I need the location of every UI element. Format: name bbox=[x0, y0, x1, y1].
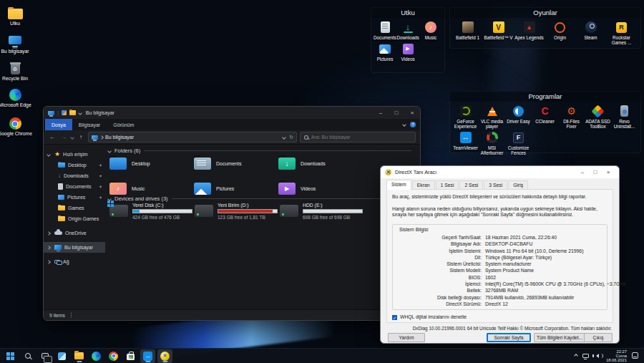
folder-tile-downloads[interactable]: Downloads bbox=[278, 154, 363, 173]
shortcut-teamviewer[interactable]: TeamViewer bbox=[452, 130, 479, 155]
section-header-folders[interactable]: Folders (6) bbox=[108, 147, 411, 154]
file-explorer-button[interactable] bbox=[72, 349, 87, 363]
desktop-icon-utku[interactable]: Utku bbox=[0, 4, 33, 26]
recent-locations-chevron-icon[interactable] bbox=[70, 135, 74, 140]
shortcut-steam[interactable]: Steam bbox=[575, 20, 606, 45]
shortcut-battlefield-v[interactable]: Battlefield™ V bbox=[483, 20, 514, 45]
sidebar-item-origin-games[interactable]: Origin Games bbox=[44, 213, 105, 224]
shortcut-dll-files-fixer[interactable]: ⚙Dll-Files Fixer bbox=[558, 104, 585, 129]
shortcut-vlc[interactable]: VLC media player bbox=[479, 104, 505, 129]
volume-icon[interactable] bbox=[594, 354, 599, 358]
hidden-icons-chevron-icon[interactable] bbox=[574, 354, 578, 358]
tab-ekran[interactable]: Ekran bbox=[412, 180, 435, 190]
desktop-icon-this-pc[interactable]: Bu bilgisayar bbox=[0, 32, 33, 54]
sidebar-item-this-pc[interactable]: Bu bilgisayar bbox=[44, 242, 105, 253]
sidebar-item-onedrive[interactable]: OneDrive bbox=[44, 228, 105, 238]
fence-title[interactable]: Oyunlar bbox=[449, 7, 641, 18]
new-folder-icon[interactable] bbox=[69, 110, 76, 115]
folder-tile-desktop[interactable]: Desktop bbox=[109, 154, 194, 173]
sidebar-item-pictures[interactable]: Pictures✦ bbox=[44, 192, 105, 203]
section-header-drives[interactable]: Devices and drives (3) bbox=[108, 195, 411, 202]
forward-button[interactable]: → bbox=[59, 134, 68, 140]
explorer-titlebar[interactable]: | Bu bilgisayar – □ × bbox=[44, 107, 420, 119]
fence-title[interactable]: Programlar bbox=[449, 91, 641, 102]
shortcut-battlefield-1[interactable]: Battlefield 1 bbox=[452, 20, 483, 45]
shortcut-ccleaner[interactable]: CCleaner bbox=[532, 104, 558, 129]
tab-gorunum[interactable]: Görünüm bbox=[107, 119, 140, 130]
help-button[interactable]: Yardım bbox=[388, 333, 425, 342]
sidebar-item-network[interactable]: Ağ bbox=[44, 256, 105, 267]
close-button[interactable]: × bbox=[602, 169, 615, 175]
shortcut-origin[interactable]: Origin bbox=[545, 20, 575, 45]
tab-ses-3[interactable]: 3 Sesi bbox=[484, 180, 507, 190]
tab-sistem[interactable]: Sistem bbox=[386, 180, 411, 190]
help-icon[interactable]: ? bbox=[410, 122, 416, 127]
tab-giris[interactable]: Giriş bbox=[508, 180, 528, 190]
search-button[interactable] bbox=[20, 349, 35, 363]
back-button[interactable]: ← bbox=[48, 134, 57, 140]
checkbox-checked-icon[interactable]: ✓ bbox=[392, 315, 397, 320]
tab-ses-2[interactable]: 2 Sesi bbox=[459, 180, 483, 190]
dxdiag-titlebar[interactable]: DirectX Tanı Aracı – □ × bbox=[381, 166, 619, 178]
shortcut-geforce-experience[interactable]: GeForce Experience bbox=[452, 104, 479, 129]
next-page-button[interactable]: Sonraki Sayfa bbox=[487, 333, 531, 342]
shortcut-pictures[interactable]: Pictures bbox=[374, 42, 396, 62]
sidebar-item-downloads[interactable]: ↓Downloads✦ bbox=[44, 170, 105, 181]
sidebar-item-games[interactable]: Games bbox=[44, 203, 105, 213]
breadcrumb[interactable]: Bu bilgisayar bbox=[105, 135, 134, 140]
refresh-icon[interactable]: ↻ bbox=[289, 135, 293, 140]
store-button[interactable] bbox=[123, 349, 138, 363]
expand-ribbon-chevron-icon[interactable] bbox=[402, 122, 406, 127]
chrome-button[interactable] bbox=[106, 349, 121, 363]
minimize-button[interactable]: – bbox=[373, 107, 389, 119]
clock[interactable]: 22:27 Cuma 18.06.2021 bbox=[606, 349, 627, 363]
shortcut-documents[interactable]: Documents bbox=[374, 20, 396, 40]
search-box[interactable] bbox=[300, 132, 416, 142]
shortcut-downloads[interactable]: Downloads bbox=[396, 20, 419, 40]
dxdiag-button[interactable]: ✕ bbox=[157, 349, 172, 363]
close-button[interactable]: × bbox=[404, 107, 420, 119]
tab-bilgisayar[interactable]: Bilgisayar bbox=[72, 119, 107, 130]
folder-tile-documents[interactable]: Documents bbox=[194, 154, 278, 173]
minimize-button[interactable]: – bbox=[576, 169, 589, 175]
shortcut-msi-afterburner[interactable]: MSI Afterburner bbox=[479, 130, 505, 155]
action-center-icon[interactable] bbox=[632, 352, 638, 359]
shortcut-videos[interactable]: Videos bbox=[396, 42, 419, 62]
address-dropdown-chevron-icon[interactable] bbox=[282, 135, 286, 140]
shortcut-adata-ssd-toolbox[interactable]: ADATA SSD ToolBox bbox=[585, 104, 611, 129]
teamviewer-button[interactable]: ↔ bbox=[140, 349, 155, 363]
network-icon[interactable] bbox=[582, 354, 589, 358]
whql-checkbox-row[interactable]: ✓ WHQL dijital imzalarını denetle bbox=[392, 314, 608, 321]
save-all-information-button[interactable]: Tüm Bilgileri Kaydet... bbox=[534, 333, 585, 342]
up-button[interactable]: ↑ bbox=[77, 134, 85, 140]
drive-tile-e[interactable]: HDD (E:) 698 GB free of 698 GB bbox=[280, 202, 365, 220]
maximize-button[interactable]: □ bbox=[389, 107, 404, 119]
start-button[interactable] bbox=[3, 349, 18, 363]
desktop-icon-chrome[interactable]: Google Chrome bbox=[0, 115, 33, 137]
shortcut-revo-uninstaller[interactable]: Revo Uninstall... bbox=[611, 104, 638, 129]
tab-ses-1[interactable]: 1 Sesi bbox=[436, 180, 459, 190]
task-view-button[interactable] bbox=[37, 349, 52, 363]
exit-button[interactable]: Çıkış bbox=[584, 333, 613, 342]
properties-icon[interactable] bbox=[62, 110, 67, 115]
shortcut-music[interactable]: Music bbox=[419, 20, 442, 40]
shortcut-apex-legends[interactable]: Apex Legends bbox=[514, 20, 545, 45]
sidebar-item-quick-access[interactable]: ★Hızlı erişim bbox=[44, 149, 105, 160]
desktop-icon-edge[interactable]: Microsoft Edge bbox=[0, 86, 33, 108]
maximize-button[interactable]: □ bbox=[589, 169, 602, 175]
shortcut-customize-fences[interactable]: Customize Fences bbox=[505, 130, 532, 155]
shortcut-driver-easy[interactable]: Driver Easy bbox=[505, 104, 532, 129]
drive-tile-c[interactable]: Yerel Disk (C:) 424 GB free of 476 GB bbox=[109, 202, 195, 220]
sidebar-item-desktop[interactable]: Desktop✦ bbox=[44, 160, 105, 170]
desktop-icon-recycle-bin[interactable]: Recycle Bin bbox=[0, 59, 33, 82]
sidebar-item-documents[interactable]: Documents✦ bbox=[44, 181, 105, 192]
widgets-button[interactable] bbox=[54, 349, 69, 363]
tab-dosya[interactable]: Dosya bbox=[45, 119, 72, 130]
drive-tile-d[interactable]: Yeni Birim (D:) 123 GB free of 1,81 TB bbox=[195, 202, 280, 220]
shortcut-rockstar[interactable]: Rockstar Games ... bbox=[606, 20, 637, 45]
search-input[interactable] bbox=[311, 135, 411, 140]
quick-access-toolbar-chevron-icon[interactable] bbox=[78, 111, 82, 115]
address-bar[interactable]: Bu bilgisayar ↻ bbox=[88, 132, 297, 142]
fence-title[interactable]: Utku bbox=[371, 7, 445, 18]
edge-button[interactable] bbox=[89, 349, 104, 363]
